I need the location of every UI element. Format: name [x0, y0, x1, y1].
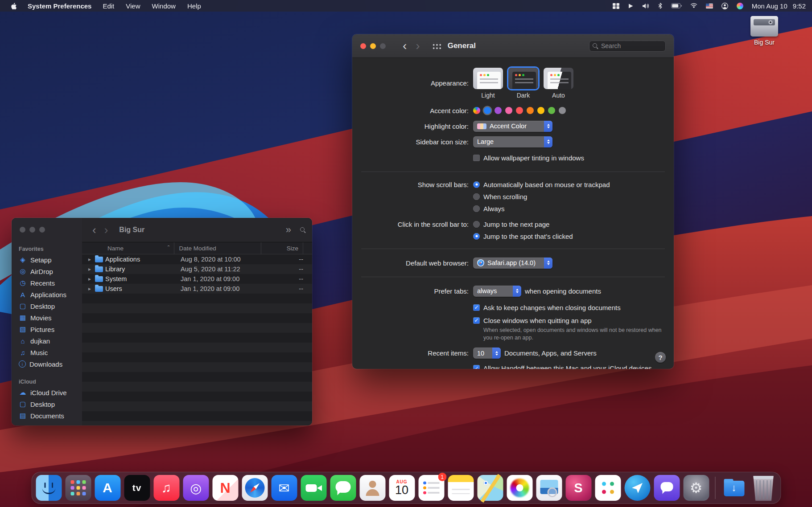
finder-close-button[interactable]	[20, 227, 25, 233]
dock-photos-icon[interactable]	[507, 475, 532, 501]
appearance-thumb-auto[interactable]	[544, 68, 573, 89]
file-row-system[interactable]: ▸ System Jan 1, 2020 at 09:00 --	[82, 274, 312, 284]
dock-launchpad-icon[interactable]	[65, 475, 91, 501]
dock-app-store-icon[interactable]: A	[95, 475, 120, 501]
appearance-thumb-light[interactable]	[473, 68, 503, 89]
finder-minimize-button[interactable]	[29, 227, 35, 233]
toolbar-overflow-chevron-icon[interactable]: »	[286, 224, 291, 236]
show-all-preferences-grid-icon[interactable]	[432, 42, 441, 50]
close-windows-checkbox[interactable]	[473, 317, 480, 324]
scrollbars-option-when-scrolling[interactable]: When scrolling	[473, 192, 665, 201]
accent-graphite[interactable]	[559, 107, 566, 114]
sidebar-item-airdrop[interactable]: ◎ AirDrop	[16, 266, 78, 277]
volume-status-icon[interactable]	[642, 3, 649, 9]
search-input[interactable]	[601, 42, 662, 49]
appearance-thumb-dark[interactable]	[508, 68, 538, 89]
sidebar-item-movies[interactable]: ▦ Movies	[16, 312, 78, 323]
prefs-minimize-button[interactable]	[370, 43, 376, 49]
siri-status-icon[interactable]	[737, 3, 743, 9]
finder-forward-button[interactable]: ›	[100, 224, 112, 236]
appear ance-option-light[interactable]: Light	[473, 68, 503, 99]
dock-system-preferences-icon[interactable]: ⚙	[683, 475, 709, 501]
scrollclick-option-spot-clicked[interactable]: Jump to the spot that’s clicked	[473, 231, 665, 241]
radio-auto[interactable]	[473, 181, 480, 188]
sidebar-item-setapp[interactable]: ◈ Setapp	[16, 254, 78, 266]
sidebar-icon-size-popup[interactable]: Large	[473, 136, 552, 147]
prefs-back-button[interactable]: ‹	[398, 40, 411, 52]
scrollbars-option-auto[interactable]: Automatically based on mouse or trackpad	[473, 180, 665, 189]
prefs-zoom-button[interactable]	[380, 43, 386, 49]
dock-music-icon[interactable]: ♫	[153, 475, 179, 501]
dock-maps-icon[interactable]	[477, 475, 503, 501]
disclosure-triangle-icon[interactable]: ▸	[88, 256, 93, 262]
dock-notes-icon[interactable]	[448, 475, 474, 501]
finder-toolbar[interactable]: ‹ › Big Sur »	[82, 218, 312, 242]
battery-status-icon[interactable]	[671, 3, 682, 8]
dock-reminders-icon[interactable]: 1	[418, 475, 444, 501]
finder-zoom-button[interactable]	[39, 227, 45, 233]
sidebar-item-desktop[interactable]: ▢ Desktop	[16, 300, 78, 312]
dock-facetime-icon[interactable]	[301, 475, 326, 501]
dock-safari-icon[interactable]	[242, 475, 268, 501]
appearance-option-auto[interactable]: Auto	[544, 68, 573, 99]
dock-navigation-app-icon[interactable]	[624, 475, 650, 501]
column-header-date-modified[interactable]: Date Modified	[174, 242, 261, 254]
sidebar-item-home-dujkan[interactable]: ⌂ dujkan	[16, 335, 78, 347]
sidebar-item-icloud-documents[interactable]: ▤ Documents	[16, 410, 78, 421]
ask-changes-checkbox[interactable]	[473, 304, 480, 311]
accent-blue[interactable]	[484, 107, 491, 114]
prefer-tabs-popup[interactable]: always	[473, 286, 521, 297]
tinting-checkbox[interactable]	[473, 155, 480, 161]
keyboard-input-flag-icon[interactable]	[706, 4, 713, 8]
handoff-checkbox-row[interactable]: Allow Handoff between this Mac and your …	[473, 364, 665, 369]
highlight-color-popup[interactable]: Accent Color	[473, 121, 552, 132]
dock-mail-icon[interactable]: ✉	[271, 475, 297, 501]
column-header-name[interactable]: Name ˆ	[82, 242, 174, 254]
dock-apple-tv-icon[interactable]: tv	[124, 475, 150, 501]
dock-messages-icon[interactable]	[330, 475, 356, 501]
dock-calendar-icon[interactable]: AUG 10	[389, 475, 415, 501]
menu-view[interactable]: View	[121, 2, 145, 10]
file-row-users[interactable]: ▸ Users Jan 1, 2020 at 09:00 --	[82, 284, 312, 294]
sidebar-item-recents[interactable]: ◷ Recents	[16, 277, 78, 289]
recent-items-popup[interactable]: 10	[473, 348, 501, 359]
sidebar-item-music[interactable]: ♫ Music	[16, 347, 78, 358]
window-tiles-status-icon[interactable]	[613, 3, 619, 9]
scrollclick-option-next-page[interactable]: Jump to the next page	[473, 219, 665, 229]
dock-trash-icon[interactable]	[750, 475, 776, 501]
bluetooth-status-icon[interactable]	[658, 3, 663, 9]
dock-slack-icon[interactable]	[595, 475, 621, 501]
menu-help[interactable]: Help	[182, 2, 206, 10]
dock-contacts-icon[interactable]	[359, 475, 385, 501]
dock-news-icon[interactable]: N	[212, 475, 238, 501]
file-row-applications[interactable]: ▸ Applications Aug 8, 2020 at 10:00 --	[82, 254, 312, 264]
accent-red[interactable]	[516, 107, 523, 114]
accent-multicolor[interactable]	[473, 107, 480, 114]
help-button[interactable]: ?	[655, 352, 666, 363]
accent-orange[interactable]	[527, 107, 534, 114]
disclosure-triangle-icon[interactable]: ▸	[88, 266, 93, 272]
dock-chat-app-icon[interactable]	[654, 475, 680, 501]
sidebar-item-icloud-desktop[interactable]: ▢ Desktop	[16, 398, 78, 410]
disclosure-triangle-icon[interactable]: ▸	[88, 286, 93, 292]
radio-when-scrolling[interactable]	[473, 193, 480, 200]
ask-changes-checkbox-row[interactable]: Ask to keep changes when closing documen…	[473, 303, 665, 312]
dock-finder-icon[interactable]	[36, 475, 62, 501]
prefs-search-field[interactable]	[589, 41, 666, 52]
radio-always[interactable]	[473, 205, 480, 212]
menu-window[interactable]: Window	[147, 2, 181, 10]
scrollbars-option-always[interactable]: Always	[473, 204, 665, 213]
finder-search-icon[interactable]	[300, 227, 306, 233]
menu-bar-clock[interactable]: Mon Aug 10 9:52	[752, 2, 806, 10]
sidebar-item-downloads[interactable]: ↓ Downloads	[16, 358, 78, 370]
radio-next-page[interactable]	[473, 221, 480, 228]
finder-back-button[interactable]: ‹	[88, 224, 100, 236]
wifi-status-icon[interactable]	[690, 3, 697, 8]
dock-podcasts-icon[interactable]: ◎	[183, 475, 209, 501]
accent-green[interactable]	[548, 107, 555, 114]
dock-downloads-folder-icon[interactable]: ↓	[721, 475, 747, 501]
dock-preview-icon[interactable]	[536, 475, 562, 501]
accent-purple[interactable]	[495, 107, 502, 114]
user-account-status-icon[interactable]	[721, 3, 728, 9]
dock-snagit-icon[interactable]: S	[565, 475, 591, 501]
